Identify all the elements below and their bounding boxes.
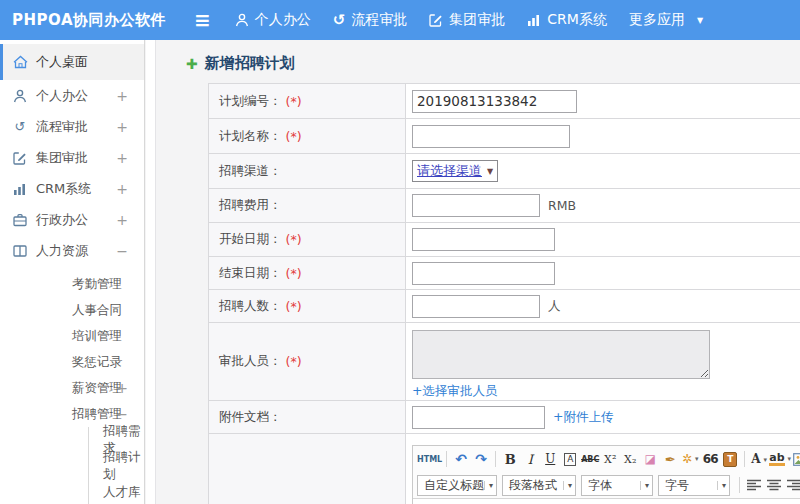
bold-button[interactable]: B	[500, 449, 520, 469]
paste-icon[interactable]: T	[723, 452, 737, 467]
home-icon	[12, 55, 28, 69]
rich-text-editor: HTML ↶ ↷ B I U A ABC X² X₂ ◪ ✒	[412, 445, 800, 504]
plan-name-input[interactable]	[412, 125, 570, 148]
html-source-button[interactable]: HTML	[417, 449, 442, 469]
image-icon[interactable]	[791, 449, 800, 469]
sidebar-item-recruitment[interactable]: 招聘管理−	[0, 401, 144, 427]
align-center-icon[interactable]	[764, 475, 784, 495]
expand-icon[interactable]: +	[116, 212, 128, 228]
sidebar-item-salary[interactable]: 薪资管理+	[0, 375, 144, 401]
plan-number-input[interactable]	[412, 90, 577, 113]
paintbrush-icon[interactable]: ✒	[660, 449, 680, 469]
editor-content-area[interactable]	[413, 498, 800, 504]
sidebar-item-training[interactable]: 培训管理	[0, 323, 144, 349]
cost-input[interactable]	[412, 194, 540, 217]
topnav-item-workflow-approval[interactable]: ↺ 流程审批	[333, 11, 408, 29]
field-label: 计划名称：(*)	[209, 119, 406, 153]
sidebar-item-crm[interactable]: CRM系统 +	[0, 173, 144, 204]
collapse-icon[interactable]: −	[116, 243, 128, 259]
sidebar-label: 个人桌面	[36, 53, 88, 71]
sidebar: 个人桌面 个人办公 + ↺ 流程审批 + 集团审批 + CRM系统 + 行政办公…	[0, 40, 145, 504]
sidebar-label: 人力资源	[36, 242, 88, 260]
app-title: PHPOA协同办公软件	[12, 0, 166, 40]
topnav-label: 个人办公	[255, 11, 311, 29]
sidebar-label: 招聘计划	[103, 449, 144, 483]
highlight-color-button[interactable]: ab▾	[769, 449, 791, 469]
select-arrow-icon: ▼	[487, 167, 493, 176]
expand-icon[interactable]: +	[116, 88, 128, 104]
sidebar-label: 行政办公	[36, 211, 88, 229]
topnav-item-crm[interactable]: CRM系统	[527, 11, 607, 29]
font-size-dropdown[interactable]: 字号▾	[658, 475, 730, 496]
sidebar-label: 考勤管理	[72, 276, 122, 293]
eraser-icon[interactable]: ◪	[640, 449, 660, 469]
superscript-button[interactable]: X²	[600, 449, 620, 469]
expand-icon[interactable]: +	[116, 119, 128, 135]
sidebar-item-hr[interactable]: 人力资源 −	[0, 235, 144, 266]
topnav-item-group-approval[interactable]: 集团审批	[429, 11, 505, 29]
blockquote-button[interactable]: 66	[700, 449, 720, 469]
subscript-button[interactable]: X₂	[620, 449, 640, 469]
dropdown-arrow-icon: ▾	[695, 455, 699, 463]
paragraph-format-dropdown[interactable]: 段落格式▾	[502, 475, 576, 496]
field-label: 审批人员：(*)	[209, 323, 406, 400]
approvers-textarea[interactable]	[412, 330, 710, 379]
form-row-editor: HTML ↶ ↷ B I U A ABC X² X₂ ◪ ✒	[209, 434, 800, 504]
sidebar-recruit-submenu: 招聘需求 招聘计划 人才库	[88, 427, 144, 504]
sidebar-item-personal-desktop[interactable]: 个人桌面	[0, 44, 144, 80]
field-label: 招聘人数：(*)	[209, 290, 406, 322]
form-row-channel: 招聘渠道： 请选择渠道 ▼	[209, 154, 800, 189]
sidebar-item-group-approval[interactable]: 集团审批 +	[0, 142, 144, 173]
custom-title-dropdown[interactable]: 自定义标题▾	[417, 475, 497, 496]
page-title-text: 新增招聘计划	[205, 54, 295, 73]
form-row-cost: 招聘费用： RMB	[209, 189, 800, 223]
form-row-attachment: 附件文档： +附件上传	[209, 401, 800, 434]
end-date-input[interactable]	[412, 262, 555, 285]
topnav-item-more-apps[interactable]: 更多应用 ▼	[629, 11, 703, 29]
dropdown-arrow-icon: ▾	[563, 481, 572, 490]
attachment-upload-link[interactable]: +附件上传	[553, 409, 613, 426]
sidebar-item-recruit-plan[interactable]: 招聘计划	[89, 453, 144, 479]
choose-approvers-link[interactable]: +选择审批人员	[412, 383, 497, 400]
sidebar-item-workflow-approval[interactable]: ↺ 流程审批 +	[0, 111, 144, 142]
autoformat-button[interactable]: A	[564, 453, 576, 466]
person-icon	[235, 13, 249, 27]
sidebar-item-attendance[interactable]: 考勤管理	[0, 271, 144, 297]
expand-icon[interactable]: +	[116, 380, 128, 396]
sidebar-hr-submenu: 考勤管理 人事合同 培训管理 奖惩记录 薪资管理+ 招聘管理− 招聘需求 招聘计…	[0, 271, 144, 504]
field-label-empty	[209, 434, 406, 504]
sidebar-item-talent-pool[interactable]: 人才库	[89, 479, 144, 504]
undo-icon[interactable]: ↶	[451, 449, 471, 469]
underline-button[interactable]: U	[540, 449, 560, 469]
channel-select[interactable]: 请选择渠道 ▼	[412, 160, 498, 182]
redo-icon[interactable]: ↷	[471, 449, 491, 469]
font-family-dropdown[interactable]: 字体▾	[581, 475, 653, 496]
dropdown-arrow-icon: ▾	[484, 481, 493, 490]
italic-button[interactable]: I	[520, 449, 540, 469]
sidebar-label: 奖惩记录	[72, 354, 122, 371]
expand-icon[interactable]: +	[116, 150, 128, 166]
sidebar-item-admin-office[interactable]: 行政办公 +	[0, 204, 144, 235]
start-date-input[interactable]	[412, 228, 555, 251]
hamburger-menu-icon[interactable]: ≡	[194, 10, 211, 30]
workflow-icon: ↺	[12, 119, 28, 134]
sidebar-label: 个人办公	[36, 87, 88, 105]
required-mark: (*)	[286, 354, 302, 369]
person-suffix: 人	[548, 298, 561, 315]
dropdown-arrow-icon: ▾	[764, 455, 768, 464]
field-label: 招聘渠道：	[209, 154, 406, 188]
expand-icon[interactable]: +	[116, 181, 128, 197]
align-right-icon[interactable]	[784, 475, 800, 495]
collapse-icon[interactable]: −	[116, 406, 128, 422]
attachment-input[interactable]	[412, 406, 545, 429]
topnav-item-personal-office[interactable]: 个人办公	[235, 11, 311, 29]
autotypeset-icon[interactable]: ✲▾	[680, 449, 700, 469]
sidebar-item-hr-contract[interactable]: 人事合同	[0, 297, 144, 323]
strikethrough-button[interactable]: ABC	[580, 449, 600, 469]
recruit-plan-form: 计划编号：(*) 计划名称：(*) 招聘渠道： 请选择渠道 ▼ 招聘费用： RM…	[208, 83, 800, 504]
font-color-button[interactable]: A▾	[749, 449, 769, 469]
align-left-icon[interactable]	[744, 475, 764, 495]
sidebar-item-personal-office[interactable]: 个人办公 +	[0, 80, 144, 111]
sidebar-item-rewards[interactable]: 奖惩记录	[0, 349, 144, 375]
headcount-input[interactable]	[412, 295, 540, 318]
